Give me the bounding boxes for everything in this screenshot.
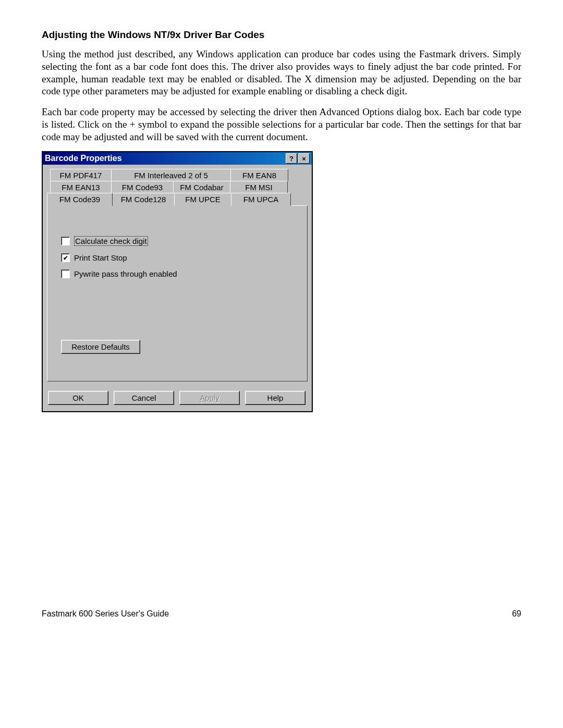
tab-fm-code128[interactable]: FM Code128 <box>112 193 175 206</box>
tab-fm-upce[interactable]: FM UPCE <box>174 193 231 206</box>
checkbox-print-start-stop[interactable]: ✔ <box>61 253 70 262</box>
apply-label: Apply <box>200 393 219 402</box>
checkbox-calculate-check-digit[interactable] <box>61 237 70 245</box>
tab-panel: Calculate check digit ✔ Print Start Stop… <box>47 205 308 381</box>
tab-fm-msi[interactable]: FM MSI <box>230 181 288 193</box>
dialog-button-row: OK Cancel Apply Help <box>43 386 312 411</box>
help-icon[interactable]: ? <box>286 153 297 164</box>
footer-page-number: 69 <box>512 609 521 619</box>
ok-button[interactable]: OK <box>48 391 108 405</box>
tab-fm-codabar[interactable]: FM Codabar <box>173 181 230 193</box>
section-heading: Adjusting the Windows NT/9x Driver Bar C… <box>42 29 521 41</box>
tab-fm-code93[interactable]: FM Code93 <box>111 181 174 193</box>
help-button[interactable]: Help <box>245 391 305 405</box>
apply-button: Apply <box>179 391 240 405</box>
tab-fm-upca[interactable]: FM UPCA <box>231 193 291 206</box>
close-icon[interactable]: × <box>298 153 310 164</box>
tab-fm-pdf417[interactable]: FM PDF417 <box>50 169 112 181</box>
cancel-button[interactable]: Cancel <box>114 391 174 405</box>
dialog-titlebar[interactable]: Barcode Properties ? × <box>43 152 312 165</box>
tab-fm-ean8[interactable]: FM EAN8 <box>230 169 288 181</box>
footer-guide-title: Fastmark 600 Series User's Guide <box>42 609 169 619</box>
body-paragraph-2: Each bar code property may be accessed b… <box>42 106 521 143</box>
tab-fm-interleaved25[interactable]: FM Interleaved 2 of 5 <box>111 169 231 181</box>
restore-defaults-button[interactable]: Restore Defaults <box>61 340 140 354</box>
body-paragraph-1: Using the method just described, any Win… <box>42 48 521 97</box>
checkbox-label: Pywrite pass through enabled <box>74 269 177 278</box>
page-footer: Fastmark 600 Series User's Guide 69 <box>42 609 521 619</box>
checkbox-pywrite-pass-through[interactable] <box>61 269 70 278</box>
tab-strip: FM PDF417 FM Interleaved 2 of 5 FM EAN8 … <box>47 169 308 381</box>
dialog-title: Barcode Properties <box>45 154 285 163</box>
checkbox-label: Calculate check digit <box>74 236 148 246</box>
checkbox-label: Print Start Stop <box>74 253 127 262</box>
tab-fm-code39[interactable]: FM Code39 <box>47 193 113 206</box>
tab-fm-ean13[interactable]: FM EAN13 <box>50 181 112 193</box>
barcode-properties-dialog: Barcode Properties ? × FM PDF417 FM Inte… <box>42 151 313 412</box>
